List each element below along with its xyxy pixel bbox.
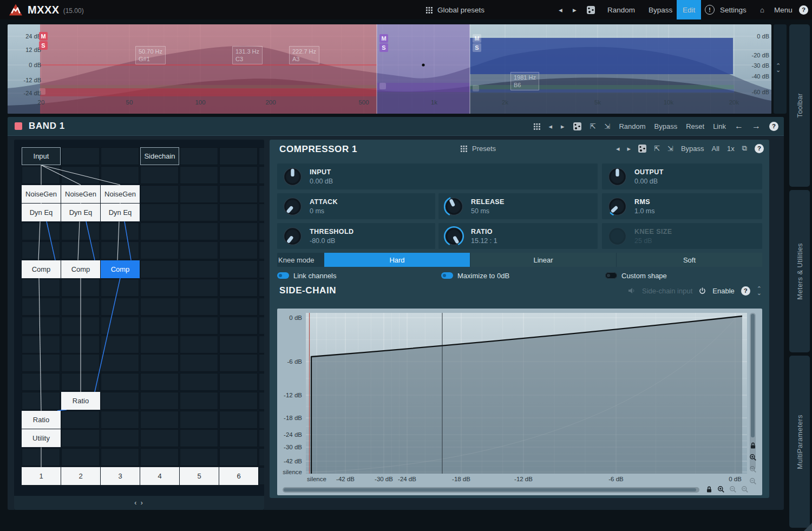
node-ng1[interactable]: NoiseGen: [22, 185, 61, 203]
rms-knob[interactable]: [607, 196, 627, 217]
v-zoom-reset-icon[interactable]: [749, 477, 757, 485]
release-knob[interactable]: [444, 196, 464, 217]
input-knob-cell[interactable]: INPUT0.00 dB: [277, 163, 598, 189]
popout-icon[interactable]: ⧉: [742, 144, 747, 153]
next-preset-icon[interactable]: ▸: [627, 145, 631, 153]
paste-icon[interactable]: ⇲: [604, 122, 610, 130]
output-slot-2[interactable]: 2: [61, 467, 100, 485]
multiband-spectrum-display[interactable]: 24 dB12 dB0 dB-12 dB-24 dB0 dB-20 dB-30 …: [8, 24, 771, 114]
node-eq2[interactable]: Dyn Eq: [61, 204, 100, 221]
global-presets-button[interactable]: Global presets: [425, 0, 484, 19]
eq-zoom-strip[interactable]: ⌃⌄: [774, 24, 787, 114]
help-button[interactable]: ?: [799, 0, 808, 19]
output-slot-6[interactable]: 6: [219, 467, 258, 485]
node-eq1[interactable]: Dyn Eq: [22, 204, 61, 221]
comp-scale-button[interactable]: 1x: [727, 145, 735, 153]
band-marker-3[interactable]: 222.7 HzA3: [289, 46, 319, 64]
node-sidechain[interactable]: Sidechain: [140, 147, 179, 165]
limiter-warning-button[interactable]: !: [705, 0, 715, 19]
output-slot-3[interactable]: 3: [101, 467, 140, 485]
collapse-chevrons-icon[interactable]: ⌃⌄: [757, 286, 762, 295]
h-zoom-reset-icon[interactable]: [741, 486, 749, 493]
band1-side-badge[interactable]: S: [39, 41, 48, 50]
resize-corner-handle[interactable]: [804, 523, 812, 531]
band-link-button[interactable]: Link: [713, 122, 726, 130]
tab-multiparameters[interactable]: MultiParameters: [789, 356, 810, 528]
prev-preset-icon[interactable]: ◂: [549, 122, 553, 130]
threshold-knob[interactable]: [283, 226, 303, 246]
bypass-button[interactable]: Bypass: [649, 0, 672, 19]
node-utility[interactable]: Utility: [22, 429, 61, 447]
tab-meters-utilities[interactable]: Meters & Utilities: [789, 190, 810, 352]
presets-grid-icon[interactable]: [533, 123, 540, 130]
sidechain-input-button[interactable]: Side-chain input: [642, 287, 692, 295]
band-bypass-button[interactable]: Bypass: [654, 122, 678, 130]
undo-icon[interactable]: ←: [735, 121, 743, 131]
link-channels-toggle[interactable]: Link channels: [277, 271, 337, 280]
release-knob-cell[interactable]: RELEASE50 ms: [438, 193, 598, 219]
comp-bypass-button[interactable]: Bypass: [681, 145, 704, 153]
node-input[interactable]: Input: [22, 147, 61, 165]
settings-button[interactable]: Settings: [720, 0, 746, 19]
band-marker-4[interactable]: 1981 HzB6: [510, 72, 539, 90]
preset-prev-button[interactable]: ◂: [559, 0, 562, 19]
node-ratio1[interactable]: Ratio: [22, 411, 61, 429]
sidechain-enable-button[interactable]: Enable: [712, 287, 734, 295]
h-lock-icon[interactable]: [705, 486, 713, 493]
attack-knob-cell[interactable]: ATTACK0 ms: [277, 193, 435, 219]
redo-icon[interactable]: →: [752, 121, 761, 131]
v-zoom-in-icon[interactable]: [749, 454, 757, 461]
attack-knob[interactable]: [283, 196, 303, 217]
randomize-dice-button[interactable]: [587, 0, 595, 19]
threshold-knob-cell[interactable]: THRESHOLD-80.0 dB: [277, 223, 435, 249]
band-marker-1[interactable]: 50.70 HzG#1: [135, 46, 166, 64]
matrix-collapse-control[interactable]: ‹ ›: [14, 496, 264, 510]
knee-soft-button[interactable]: Soft: [617, 253, 762, 267]
help-icon[interactable]: ?: [755, 144, 764, 153]
custom-shape-toggle[interactable]: Custom shape: [605, 271, 667, 280]
random-button[interactable]: Random: [607, 0, 635, 19]
v-zoom-out-icon[interactable]: [749, 466, 757, 473]
knee-hard-button[interactable]: Hard: [324, 253, 470, 267]
tab-toolbar[interactable]: Toolbar: [789, 24, 810, 187]
node-comp2[interactable]: Comp: [61, 260, 100, 278]
dice-icon[interactable]: [573, 122, 581, 130]
transfer-curve-graph[interactable]: 0 dB-6 dB-12 dB-18 dB-24 dB-30 dB-42 dBs…: [277, 309, 762, 495]
h-zoom-in-icon[interactable]: [717, 486, 725, 493]
ratio-knob-cell[interactable]: RATIO15.12 : 1: [438, 223, 598, 249]
dice-icon[interactable]: [638, 145, 646, 153]
band2-side-badge[interactable]: S: [379, 43, 388, 52]
next-preset-icon[interactable]: ▸: [561, 122, 565, 130]
band2-link-icon[interactable]: [379, 83, 386, 89]
band1-link-icon[interactable]: [39, 88, 45, 95]
help-icon[interactable]: ?: [769, 122, 778, 131]
node-ng3[interactable]: NoiseGen: [101, 185, 140, 203]
transfer-curve-plot[interactable]: [306, 313, 747, 474]
output-knob-cell[interactable]: OUTPUT0.00 dB: [602, 163, 762, 189]
output-knob[interactable]: [607, 167, 627, 187]
node-eq3[interactable]: Dyn Eq: [101, 204, 140, 221]
input-knob[interactable]: [283, 167, 303, 187]
v-lock-icon[interactable]: [749, 442, 757, 449]
band2-mid-badge[interactable]: M: [379, 34, 388, 43]
band-reset-button[interactable]: Reset: [686, 122, 704, 130]
node-comp1[interactable]: Comp: [22, 260, 61, 278]
paste-icon[interactable]: ⇲: [667, 145, 673, 153]
graph-h-scrollbar[interactable]: [283, 487, 699, 493]
node-comp3[interactable]: Comp: [101, 260, 140, 278]
band3-side-badge[interactable]: S: [473, 43, 481, 52]
copy-icon[interactable]: ⇱: [590, 122, 596, 130]
comp-all-button[interactable]: All: [712, 145, 719, 153]
output-slot-4[interactable]: 4: [140, 467, 179, 485]
menu-button[interactable]: Menu: [774, 0, 793, 19]
output-slot-5[interactable]: 5: [180, 467, 219, 485]
ratio-knob[interactable]: [444, 226, 464, 246]
power-icon[interactable]: [699, 287, 706, 294]
home-button[interactable]: ⌂: [760, 0, 764, 19]
band3-mid-badge[interactable]: M: [473, 34, 481, 43]
copy-icon[interactable]: ⇱: [654, 145, 660, 153]
band1-mid-badge[interactable]: M: [39, 32, 48, 41]
compressor-presets-button[interactable]: Presets: [460, 140, 496, 157]
h-zoom-out-icon[interactable]: [729, 486, 737, 493]
band-color-swatch[interactable]: [15, 122, 22, 130]
